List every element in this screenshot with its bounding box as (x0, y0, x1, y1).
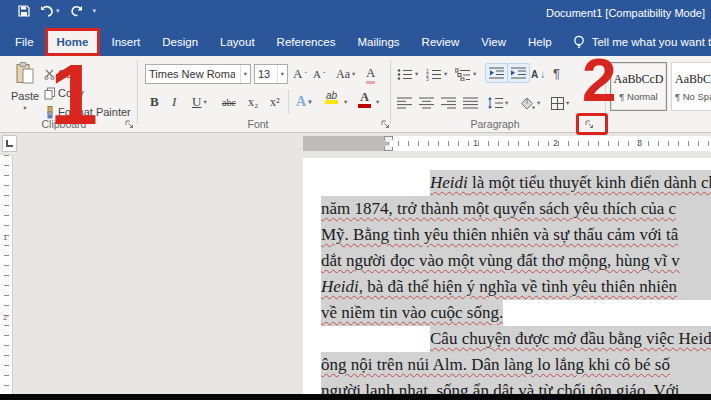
justify-icon (463, 97, 478, 109)
align-right-button[interactable] (441, 93, 456, 113)
horizontal-ruler[interactable]: 123 (303, 136, 711, 151)
line-spacing-icon (487, 97, 503, 109)
multilevel-list-button[interactable]: ▾ (455, 64, 476, 84)
tab-review[interactable]: Review (411, 28, 471, 56)
borders-button[interactable]: ▾ (551, 93, 569, 113)
align-left-button[interactable] (397, 93, 412, 113)
change-case-dropdown-icon: ▾ (352, 70, 355, 78)
tab-references[interactable]: References (266, 28, 347, 56)
style-normal[interactable]: AaBbCcD ¶ Normal (610, 62, 667, 111)
font-name-dropdown-icon: ▾ (240, 65, 247, 83)
ruler-number: 2 (3, 313, 7, 322)
grow-font-button[interactable]: Aˆ (293, 64, 307, 84)
font-name-value: Times New Roman (149, 68, 235, 80)
font-name-combobox[interactable]: Times New Roman ▾ (145, 64, 251, 84)
clear-formatting-button[interactable]: A (366, 64, 375, 84)
font-color-dropdown-icon[interactable]: ▾ (376, 98, 379, 106)
tab-insert[interactable]: Insert (100, 28, 151, 56)
italic-button[interactable]: I (172, 92, 176, 112)
ruler-margin-segment (303, 136, 388, 151)
tab-design[interactable]: Design (151, 28, 209, 56)
change-case-button[interactable]: Aa▾ (336, 64, 355, 84)
tab-view[interactable]: View (470, 28, 517, 56)
document-line: Heidi, bà đã thể hiện ý nghĩa về tình yê… (321, 274, 711, 300)
tab-help[interactable]: Help (517, 28, 563, 56)
justify-button[interactable] (463, 93, 478, 113)
show-hide-pilcrow-button[interactable]: ¶ (553, 63, 560, 83)
subscript-button[interactable]: x₂ (248, 92, 258, 112)
bullets-dropdown-icon: ▾ (415, 70, 418, 78)
shading-dropdown-icon: ▾ (537, 99, 540, 107)
bold-button[interactable]: B (150, 92, 159, 112)
bottom-edge (0, 394, 711, 400)
numbering-icon: 123 (426, 68, 442, 81)
document-line: năm 1874, trở thành một quyển sách yêu t… (321, 196, 711, 222)
strikethrough-button[interactable]: abc (222, 92, 236, 112)
redo-icon[interactable] (70, 5, 83, 17)
document-line: về niềm tin vào cuộc sống. (321, 300, 711, 326)
svg-text:3: 3 (426, 76, 429, 81)
word-window: ▾ ▾ Document1 [Compatibility Mode] FileH… (0, 0, 711, 400)
increase-indent-button[interactable] (507, 63, 530, 83)
sort-button[interactable]: A↓ (531, 64, 545, 84)
underline-button[interactable]: U▾ (192, 92, 207, 112)
selected-text: dắt người đọc vào một vùng đất thơ mộng,… (321, 248, 711, 274)
window-title: Document1 [Compatibility Mode] (546, 7, 705, 19)
numbering-button[interactable]: 123 ▾ (426, 64, 447, 84)
tab-layout[interactable]: Layout (209, 28, 266, 56)
paste-button[interactable]: Paste ▾ (10, 62, 40, 112)
undo-dropdown-icon[interactable]: ▾ (56, 7, 60, 15)
selected-text: ông nội trên núi Alm. Dân làng lo lắng k… (321, 352, 711, 378)
document-text: Heidi là một tiểu thuyết kinh điển dành … (321, 170, 711, 394)
line-spacing-button[interactable]: ▾ (487, 93, 508, 113)
vertical-ruler[interactable]: 12 (0, 155, 13, 394)
align-center-button[interactable] (419, 93, 434, 113)
ruler-ticks (388, 141, 711, 146)
first-line-indent (321, 326, 430, 352)
font-color-swatch (358, 104, 371, 108)
document-page[interactable]: Heidi là một tiểu thuyết kinh điển dành … (303, 158, 711, 394)
ruler-number: 2 (553, 138, 558, 148)
save-icon[interactable] (18, 5, 30, 17)
decrease-indent-button[interactable] (485, 63, 508, 83)
tab-selector[interactable] (2, 135, 17, 152)
align-center-icon (419, 97, 434, 109)
highlight-dropdown-icon[interactable]: ▾ (344, 98, 347, 106)
document-line: ông nội trên núi Alm. Dân làng lo lắng k… (321, 352, 711, 378)
undo-button[interactable]: ▾ (40, 5, 60, 17)
ruler-number: 1 (473, 138, 478, 148)
customize-qat-icon[interactable]: ▾ (93, 7, 97, 15)
shading-button[interactable]: ▾ (520, 93, 540, 113)
selected-text: Câu chuyện được mở đầu bằng việc Heidi đ… (430, 326, 711, 352)
title-bar: ▾ ▾ Document1 [Compatibility Mode] (0, 0, 711, 28)
text-effects-button[interactable]: A▾ (296, 92, 311, 112)
annotation-step-2: 2 (582, 52, 616, 108)
annotation-box-launcher (576, 113, 608, 135)
paste-dropdown-icon[interactable]: ▾ (23, 104, 26, 112)
superscript-button[interactable]: x² (270, 92, 280, 112)
ruler-bar: 123 (0, 133, 711, 155)
style-normal-name: ¶ Normal (619, 91, 657, 102)
font-size-combobox[interactable]: 13 ▾ (254, 64, 288, 84)
selected-text: Heidi là một tiểu thuyết kinh điển dành … (430, 170, 711, 196)
highlight-button[interactable]: ab (325, 90, 338, 110)
tab-file[interactable]: File (4, 28, 45, 56)
quick-access-toolbar: ▾ ▾ (18, 5, 96, 17)
increase-indent-icon (511, 67, 526, 79)
style-no-spacing[interactable]: AaBbCcD ¶ No Spaci (671, 62, 711, 111)
document-line: người lạnh nhạt, sống ẩn dật và từ chối … (321, 378, 711, 394)
shrink-font-button[interactable]: Aˇ (313, 64, 325, 84)
vertical-ruler-ticks (4, 155, 9, 394)
tab-mailings[interactable]: Mailings (346, 28, 410, 56)
clipboard-dialog-launcher[interactable] (122, 117, 136, 131)
document-area: 12 Heidi là một tiểu thuyết kinh điển dà… (0, 155, 711, 394)
style-no-spacing-preview: AaBbCcD (675, 72, 711, 87)
font-color-button[interactable]: A (358, 90, 371, 110)
document-line: Heidi là một tiểu thuyết kinh điển dành … (321, 170, 711, 196)
bullets-button[interactable]: ▾ (397, 64, 418, 84)
bullets-icon (397, 68, 413, 81)
first-line-indent (321, 170, 430, 196)
align-left-icon (397, 97, 412, 109)
underline-dropdown-icon: ▾ (203, 98, 206, 106)
tab-stop-icon (6, 140, 13, 147)
